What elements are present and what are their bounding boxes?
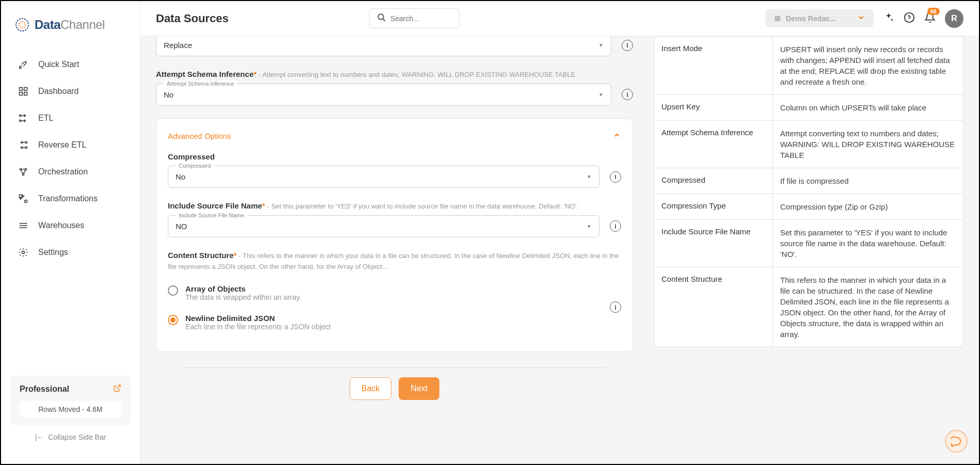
svg-point-15 (22, 251, 25, 254)
nav-label: Settings (38, 248, 68, 257)
svg-point-16 (378, 14, 384, 20)
help-row: Upsert Key Column on which UPSERTs will … (654, 95, 963, 121)
field-label: Compressed (168, 152, 215, 161)
transform-icon (18, 193, 29, 204)
workspace-selector[interactable]: Demo Redac... (765, 9, 874, 27)
svg-point-1 (19, 22, 25, 28)
content-structure-radio-group: Array of Objects The data is wrapped wit… (168, 280, 599, 339)
svg-point-14 (25, 200, 27, 203)
collapse-sidebar-button[interactable]: |← Collapse Side Bar (10, 426, 131, 448)
topbar: Data Sources Demo Redac... (140, 1, 979, 36)
nav-label: Reverse ETL (38, 140, 86, 150)
info-icon[interactable]: i (610, 171, 621, 183)
chat-widget-button[interactable] (945, 430, 968, 453)
notification-badge: 66 (927, 8, 940, 15)
help-row: Attempt Schema Inference Attempt convert… (654, 121, 963, 168)
advanced-options-toggle[interactable]: Advanced Options (168, 131, 621, 141)
next-button[interactable]: Next (399, 377, 439, 400)
nav-dashboard[interactable]: Dashboard (7, 78, 134, 105)
info-icon[interactable]: i (610, 301, 621, 313)
nav-label: Dashboard (38, 87, 78, 96)
field-hint: - Set this parameter to 'YES' if you wan… (267, 202, 578, 210)
chevron-up-icon (613, 131, 621, 141)
nav-quick-start[interactable]: Quick Start (7, 51, 134, 78)
help-row: Compression Type Compression type (Zip o… (654, 194, 963, 220)
field-label: Attempt Schema Inference* (156, 70, 257, 78)
caret-down-icon: ▼ (598, 92, 604, 98)
sparkle-icon[interactable] (883, 12, 894, 25)
svg-point-8 (25, 141, 27, 143)
field-hint: - Attempt converting text to numbers and… (259, 71, 575, 78)
info-icon[interactable]: i (622, 40, 633, 51)
nav-transformations[interactable]: Transformations (7, 185, 134, 212)
nav-warehouses[interactable]: Warehouses (7, 212, 134, 239)
rows-moved-stat: Rows Moved - 4.6M (20, 401, 121, 418)
help-row: Include Source File Name Set this parame… (654, 220, 963, 267)
help-table: Insert Mode UPSERT will insert only new … (654, 36, 963, 347)
svg-point-18 (905, 13, 914, 22)
warehouse-icon (18, 220, 29, 231)
svg-rect-13 (20, 195, 22, 198)
radio-newline-delimited-json[interactable]: Newline Delimited JSON Each line in the … (168, 310, 599, 339)
dashboard-icon (18, 86, 29, 97)
svg-point-6 (20, 115, 21, 116)
logo[interactable]: DataChannel (1, 11, 140, 46)
plan-title: Professional (20, 384, 69, 394)
help-row: Insert Mode UPSERT will insert only new … (654, 37, 963, 95)
logo-text: DataChannel (35, 18, 105, 32)
help-row: Content Structure This refers to the man… (654, 267, 963, 347)
page-title: Data Sources (156, 12, 229, 25)
sidebar: DataChannel Quick Start Dashboard ETL (1, 1, 140, 464)
nav-etl[interactable]: ETL (7, 105, 134, 132)
nav: Quick Start Dashboard ETL Reverse ETL (1, 46, 140, 371)
nav-settings[interactable]: Settings (7, 239, 134, 266)
radio-checked-icon (168, 315, 178, 325)
search-input[interactable] (390, 14, 452, 23)
caret-down-icon: ▼ (587, 223, 592, 229)
radio-unchecked-icon (168, 285, 178, 296)
svg-point-10 (20, 168, 21, 170)
info-icon[interactable]: i (622, 89, 633, 100)
nav-reverse-etl[interactable]: Reverse ETL (7, 132, 134, 158)
divider (182, 367, 607, 368)
etl-icon (18, 113, 29, 124)
schema-inference-select[interactable]: Attempt Schema Inference No ▼ (156, 84, 611, 106)
field-label: Include Source File Name* (168, 201, 265, 210)
svg-rect-4 (20, 92, 23, 95)
reverse-etl-icon (18, 139, 29, 151)
info-icon[interactable]: i (610, 220, 621, 232)
help-row: Compressed If file is compressed (654, 168, 963, 194)
svg-point-11 (25, 168, 26, 170)
nav-label: Transformations (38, 194, 98, 203)
field-label: Content Structure* (168, 251, 236, 260)
external-link-icon[interactable] (113, 384, 121, 394)
radio-array-of-objects[interactable]: Array of Objects The data is wrapped wit… (168, 280, 599, 310)
avatar[interactable]: R (945, 9, 963, 28)
nav-orchestration[interactable]: Orchestration (7, 158, 134, 185)
svg-point-9 (25, 147, 27, 148)
search-box[interactable] (369, 8, 460, 28)
logo-icon (14, 17, 30, 33)
svg-rect-17 (775, 15, 781, 21)
help-column: Insert Mode UPSERT will insert only new … (654, 36, 963, 454)
svg-rect-2 (20, 88, 23, 91)
form-column: Insert Mode Replace ▼ i Attempt Schema I… (156, 36, 633, 454)
include-source-file-select[interactable]: Include Source File Name NO ▼ (168, 215, 599, 237)
svg-rect-3 (24, 88, 27, 91)
caret-down-icon: ▼ (598, 42, 604, 48)
orchestration-icon (18, 166, 29, 178)
notifications-button[interactable]: 66 (924, 12, 936, 25)
search-icon (377, 13, 386, 24)
caret-down-icon: ▼ (587, 174, 592, 180)
svg-rect-5 (24, 92, 27, 95)
insert-mode-select[interactable]: Insert Mode Replace ▼ (156, 36, 611, 56)
svg-point-12 (22, 173, 24, 175)
chevron-down-icon (857, 13, 865, 23)
back-button[interactable]: Back (350, 377, 392, 400)
help-icon[interactable] (904, 12, 915, 25)
plan-card: Professional Rows Moved - 4.6M (10, 376, 131, 426)
compressed-select[interactable]: Compressed No ▼ (168, 166, 599, 188)
nav-label: ETL (38, 114, 53, 123)
rocket-icon (18, 59, 29, 70)
collapse-icon: |← (35, 433, 44, 441)
